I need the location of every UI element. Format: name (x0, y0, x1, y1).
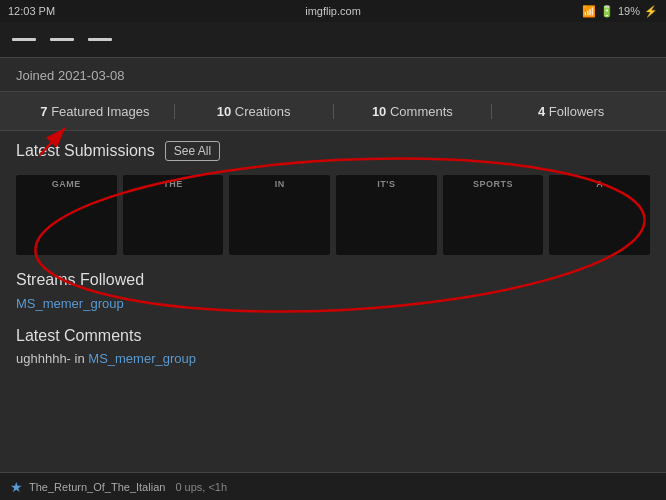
stat-creations[interactable]: 10 Creations (175, 104, 334, 119)
card-label-2: IN (275, 179, 285, 189)
nav-dashes (12, 38, 112, 41)
battery-percent: 19% (618, 5, 640, 17)
joined-label: Joined 2021-03-08 (16, 68, 124, 83)
submissions-header: Latest Submissions See All (16, 141, 650, 161)
card-label-5: A (596, 179, 603, 189)
image-grid: GAME THE IN IT'S SPORTS A (0, 175, 666, 265)
comments-title: Latest Comments (16, 327, 650, 345)
latest-submissions-section: Latest Submissions See All (0, 131, 666, 175)
card-label-3: IT'S (377, 179, 395, 189)
stat-comments[interactable]: 10 Comments (334, 104, 493, 119)
comment-in-text: in (75, 351, 89, 366)
streams-section: Streams Followed MS_memer_group (0, 265, 666, 317)
nav-dash-3 (88, 38, 112, 41)
card-label-0: GAME (52, 179, 81, 189)
status-bar: 12:03 PM imgflip.com 📶 🔋 19% ⚡ (0, 0, 666, 22)
image-card-1[interactable]: THE (123, 175, 224, 255)
image-card-4[interactable]: SPORTS (443, 175, 544, 255)
comments-number: 10 (372, 104, 386, 119)
comment-pre-text: ughhhhh- (16, 351, 71, 366)
top-nav (0, 22, 666, 58)
stream-link-0[interactable]: MS_memer_group (16, 296, 124, 311)
image-card-0[interactable]: GAME (16, 175, 117, 255)
featured-images-number: 7 (40, 104, 47, 119)
image-card-5[interactable]: A (549, 175, 650, 255)
see-all-button[interactable]: See All (165, 141, 220, 161)
bottom-meme-title: The_Return_Of_The_Italian (29, 481, 165, 493)
comments-label: Comments (390, 104, 453, 119)
status-site: imgflip.com (305, 5, 361, 17)
followers-label: Followers (549, 104, 605, 119)
status-right: 📶 🔋 19% ⚡ (582, 5, 658, 18)
card-label-1: THE (163, 179, 183, 189)
bottom-bar: ★ The_Return_Of_The_Italian 0 ups, <1h (0, 472, 666, 500)
battery-icon: 🔋 (600, 5, 614, 18)
creations-label: Creations (235, 104, 291, 119)
stats-bar: 7 Featured Images 10 Creations 10 Commen… (0, 91, 666, 131)
streams-title: Streams Followed (16, 271, 650, 289)
bottom-meme-stats: 0 ups, <1h (175, 481, 227, 493)
comments-section: Latest Comments ughhhhh- in MS_memer_gro… (0, 317, 666, 376)
card-label-4: SPORTS (473, 179, 513, 189)
image-card-3[interactable]: IT'S (336, 175, 437, 255)
joined-section: Joined 2021-03-08 (0, 58, 666, 91)
nav-dash-2 (50, 38, 74, 41)
stat-featured-images[interactable]: 7 Featured Images (16, 104, 175, 119)
creations-number: 10 (217, 104, 231, 119)
featured-images-label: Featured Images (51, 104, 149, 119)
image-card-2[interactable]: IN (229, 175, 330, 255)
comment-stream-link[interactable]: MS_memer_group (88, 351, 196, 366)
status-time: 12:03 PM (8, 5, 55, 17)
followers-number: 4 (538, 104, 545, 119)
comment-line-0: ughhhhh- in MS_memer_group (16, 351, 650, 366)
wifi-icon: 📶 (582, 5, 596, 18)
submissions-title: Latest Submissions (16, 142, 155, 160)
stat-followers[interactable]: 4 Followers (492, 104, 650, 119)
nav-dash-1 (12, 38, 36, 41)
charging-icon: ⚡ (644, 5, 658, 18)
star-icon: ★ (10, 479, 23, 495)
